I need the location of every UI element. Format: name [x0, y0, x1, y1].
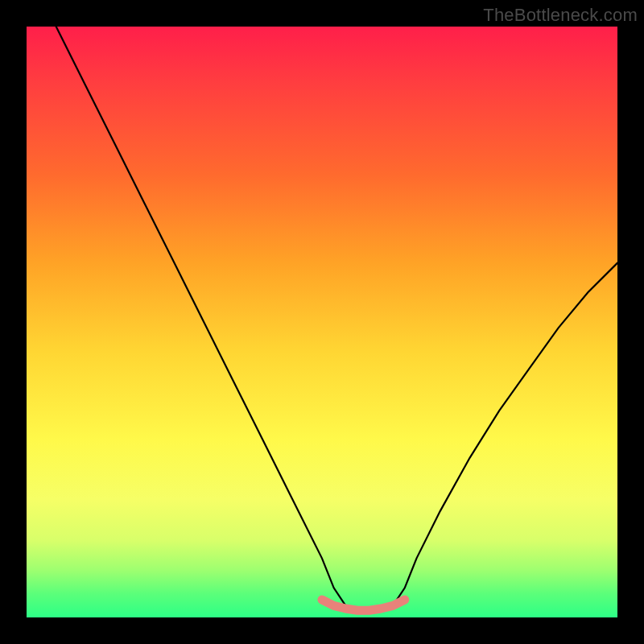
highlight-segment [322, 600, 405, 610]
bottleneck-curve [56, 27, 617, 612]
watermark-text: TheBottleneck.com [483, 5, 638, 26]
curve-layer [27, 27, 617, 617]
chart-frame: TheBottleneck.com [0, 0, 644, 644]
plot-area [27, 27, 617, 617]
